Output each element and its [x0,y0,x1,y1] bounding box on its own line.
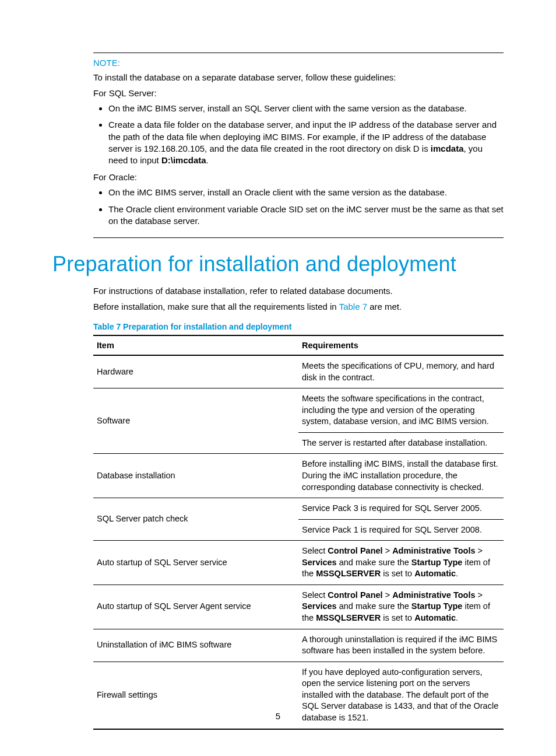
note-label: NOTE: [93,58,504,68]
cell-req: Meets the software specifications in the… [298,388,504,433]
cell-req: The server is restarted after database i… [298,432,504,454]
list-item: On the iMC BIMS server, install an SQL S… [108,103,504,114]
text: and make sure the [337,558,411,567]
table-row: SQL Server patch check Service Pack 3 is… [93,498,504,520]
table-row: Software Meets the software specificatio… [93,388,504,433]
text: . [456,613,458,622]
document-page: NOTE: To install the database on a separ… [0,0,556,756]
cell-item: Auto startup of SQL Server service [93,541,298,585]
cell-req: Select Control Panel > Administrative To… [298,584,504,629]
cell-req: Before installing iMC BIMS, install the … [298,454,504,498]
bold-text: Administrative Tools [392,590,475,600]
bold-text: Services [302,601,337,611]
text: > [475,546,483,555]
bold-text: Automatic [414,569,456,578]
text: . [456,569,458,578]
bold-text: MSSQLSERVER [316,569,381,578]
cell-req: A thorough uninstallation is required if… [298,629,504,662]
text: Select [302,590,328,600]
section-body: For instructions of database installatio… [93,285,504,730]
text: > [383,590,393,600]
bold-text: Control Panel [328,546,382,555]
cell-item: Auto startup of SQL Server Agent service [93,584,298,629]
cell-item: Software [93,388,298,454]
note-oracle-list: On the iMC BIMS server, install an Oracl… [108,187,504,227]
cell-item: Uninstallation of iMC BIMS software [93,629,298,662]
note-sql-label: For SQL Server: [93,87,504,99]
text: are met. [367,302,402,312]
cell-req: Select Control Panel > Administrative To… [298,541,504,585]
cell-item: Database installation [93,454,298,498]
bold-text: MSSQLSERVER [316,613,381,622]
table-link[interactable]: Table 7 [339,302,367,312]
table-header-row: Item Requirements [93,335,504,355]
text: Select [302,546,328,555]
bold-text: Automatic [414,613,456,622]
table-row: Auto startup of SQL Server service Selec… [93,541,504,585]
table-row: Auto startup of SQL Server Agent service… [93,584,504,629]
table-row: Uninstallation of iMC BIMS software A th… [93,629,504,662]
cell-req: Service Pack 3 is required for SQL Serve… [298,498,504,520]
bold-text: D:\imcdata [161,155,206,165]
table-caption: Table 7 Preparation for installation and… [93,322,504,331]
text: is set to [381,613,414,622]
text: Before installation, make sure that all … [93,302,339,312]
bold-text: Control Panel [328,590,382,600]
list-item: On the iMC BIMS server, install an Oracl… [108,187,504,198]
note-oracle-label: For Oracle: [93,171,504,183]
bold-text: Startup Type [411,558,463,567]
list-item: The Oracle client environment variable O… [108,204,504,228]
bold-text: Startup Type [411,601,463,611]
text: is set to [381,569,414,578]
section-heading: Preparation for installation and deploym… [52,252,504,276]
list-item: Create a data file folder on the databas… [108,119,504,166]
cell-req: Service Pack 1 is required for SQL Serve… [298,519,504,541]
paragraph: For instructions of database installatio… [93,285,504,297]
col-header-req: Requirements [298,335,504,355]
page-number: 5 [0,711,556,721]
note-intro: To install the database on a separate da… [93,71,504,83]
note-box: NOTE: To install the database on a separ… [93,52,504,238]
table-row: Hardware Meets the specifications of CPU… [93,355,504,388]
text: > [383,546,393,555]
cell-item: Hardware [93,355,298,388]
paragraph: Before installation, make sure that all … [93,300,504,313]
text: > [475,590,483,600]
requirements-table: Item Requirements Hardware Meets the spe… [93,335,504,730]
table-row: Database installation Before installing … [93,454,504,498]
cell-req: Meets the specifications of CPU, memory,… [298,355,504,388]
col-header-item: Item [93,335,298,355]
bold-text: Services [302,558,337,567]
bold-text: Administrative Tools [392,546,475,555]
cell-item: SQL Server patch check [93,498,298,541]
note-sql-list: On the iMC BIMS server, install an SQL S… [108,103,504,166]
bold-text: imcdata [431,144,464,153]
text: and make sure the [337,601,411,611]
text: . [206,155,209,165]
